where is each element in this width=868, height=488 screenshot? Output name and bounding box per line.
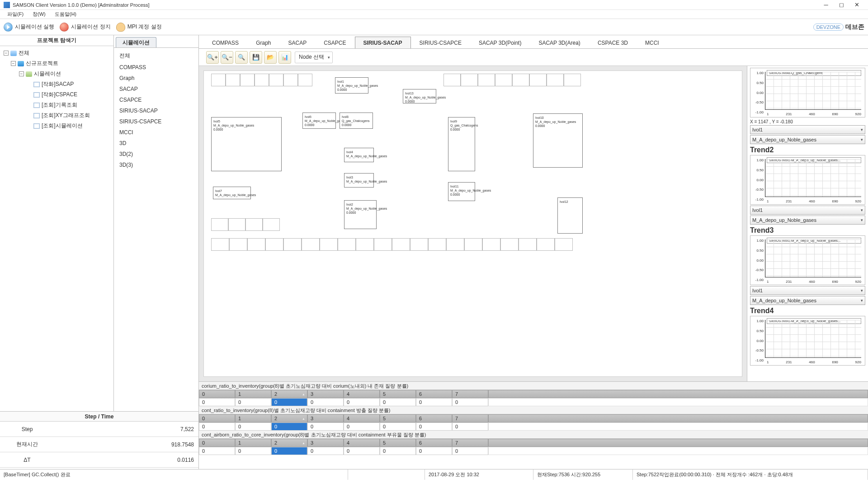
mpi-label: MPI 계정 설정 bbox=[127, 23, 162, 31]
close-button[interactable]: ✕ bbox=[849, 0, 864, 10]
coord-readout: X = 1147 , Y = -0.180 bbox=[750, 118, 865, 125]
tree-sim[interactable]: 시뮬레이션 bbox=[34, 70, 61, 78]
col-header[interactable]: 0 bbox=[199, 390, 235, 398]
tab-graph[interactable]: Graph bbox=[247, 37, 279, 48]
ivol-select-1[interactable]: Ivol1 bbox=[750, 125, 865, 134]
tab-csapce[interactable]: CSAPCE bbox=[315, 37, 354, 48]
play-icon bbox=[4, 23, 13, 32]
tab-sacap-3d-point[interactable]: SACAP 3D(Point) bbox=[470, 37, 530, 48]
project-explorer-header: 프로젝트 탐색기 bbox=[0, 35, 113, 46]
trend3-chart: SIRIUS-Ivol1-M_A_depo_up_Noble_gases... … bbox=[750, 235, 865, 285]
simulation-tab[interactable]: 시뮬레이션 bbox=[116, 37, 156, 47]
run-sim-button[interactable]: 시뮬레이션 실행 bbox=[4, 23, 54, 32]
minimize-button[interactable]: ─ bbox=[818, 0, 834, 10]
sim-item[interactable]: MCCI bbox=[118, 127, 195, 138]
main-toolbar: 시뮬레이션 실행 시뮬레이션 정지 MPI 계정 설정 DEVZONE 데브존 bbox=[0, 19, 868, 35]
brand-text: 데브존 bbox=[845, 23, 864, 31]
status-datetime: 2017-08-29 오전 10:32 bbox=[429, 471, 479, 478]
tree-item[interactable]: [작화]CSPACE bbox=[42, 91, 77, 99]
sim-item[interactable]: SIRIUS-CSAPCE bbox=[118, 116, 195, 127]
sim-item[interactable]: COMPASS bbox=[118, 62, 195, 73]
trend3-header: Trend3 bbox=[750, 225, 865, 235]
tab-sirius-sacap[interactable]: SIRIUS-SACAP bbox=[355, 37, 411, 48]
mpi-settings-button[interactable]: MPI 계정 설정 bbox=[116, 23, 162, 32]
project-tree[interactable]: −전체 −신규프로젝트 −시뮬레이션 [작화]SACAP [작화]CSPACE … bbox=[0, 46, 113, 469]
grid2-row[interactable]: 00000000 bbox=[199, 422, 868, 431]
var-select-2[interactable]: M_A_depo_up_Noble_gases bbox=[750, 216, 865, 225]
col-header[interactable]: 1 bbox=[235, 390, 271, 398]
tree-item[interactable]: [작화]SACAP bbox=[42, 80, 74, 88]
trend4-chart: SIRIUS-Ivol1-M_A_depo_up_Noble_gases... … bbox=[750, 316, 865, 366]
col-header[interactable]: 2 bbox=[271, 390, 307, 398]
tree-item[interactable]: [조회]XY그래프조회 bbox=[42, 112, 90, 119]
col-header[interactable]: 5 bbox=[380, 390, 416, 398]
menu-window[interactable]: 창(W) bbox=[28, 10, 50, 19]
menu-help[interactable]: 도움말(H) bbox=[50, 10, 81, 19]
tab-compass[interactable]: COMPASS bbox=[203, 37, 247, 48]
stop-label: 시뮬레이션 정지 bbox=[71, 23, 110, 31]
trend2-header: Trend2 bbox=[750, 145, 865, 155]
tab-sacap[interactable]: SACAP bbox=[279, 37, 315, 48]
maximize-button[interactable]: ◻ bbox=[834, 0, 849, 10]
tree-collapse-icon[interactable]: − bbox=[11, 61, 16, 66]
zoom-in-icon: 🔍+ bbox=[207, 54, 218, 61]
tab-sacap-3d-area[interactable]: SACAP 3D(Area) bbox=[530, 37, 589, 48]
run-label: 시뮬레이션 실행 bbox=[15, 23, 54, 31]
zoom-100-button[interactable]: 🔍 bbox=[235, 51, 248, 64]
menu-file[interactable]: 파일(F) bbox=[3, 10, 28, 19]
trend4-header: Trend4 bbox=[750, 306, 865, 316]
tree-item[interactable]: [조회]시뮬레이션 bbox=[42, 122, 83, 130]
bottom-area: corium_ratio_to_inventory(group(8)별 초기노심… bbox=[199, 381, 868, 469]
doc-icon bbox=[33, 103, 40, 108]
col-header[interactable]: 4 bbox=[344, 390, 380, 398]
save-icon: 💾 bbox=[252, 54, 259, 61]
col-header[interactable]: 3 bbox=[307, 390, 344, 398]
data-grids: corium_ratio_to_inventory(group(8)별 초기노심… bbox=[199, 382, 868, 469]
zoom-out-button[interactable]: 🔍− bbox=[221, 51, 233, 64]
grid2-header: 01234567 bbox=[199, 414, 868, 422]
status-bar: [BaseTimer] GC.Collect() 완료 2017-08-29 오… bbox=[0, 469, 868, 480]
window-title: SAMSON Client Version 1.0.0 (Demo) [Admi… bbox=[13, 2, 818, 8]
zoom-out-icon: 🔍− bbox=[222, 54, 232, 61]
grid3-row[interactable]: 00000000 bbox=[199, 447, 868, 455]
sim-item[interactable]: 3D(2) bbox=[118, 149, 195, 160]
ivol-select-3[interactable]: Ivol1 bbox=[750, 286, 865, 295]
var-select-1[interactable]: M_A_depo_up_Noble_gases bbox=[750, 135, 865, 144]
var-select-3[interactable]: M_A_depo_up_Noble_gases bbox=[750, 296, 865, 305]
grid2-title: cont_ratio_to_inventory(group(8)별 초기노심재고… bbox=[199, 406, 868, 414]
folder-icon bbox=[18, 61, 24, 66]
col-header[interactable]: 6 bbox=[416, 390, 452, 398]
ivol-select-2[interactable]: Ivol1 bbox=[750, 206, 865, 215]
sim-item[interactable]: SIRIUS-SACAP bbox=[118, 105, 195, 116]
chart-button[interactable]: 📊 bbox=[278, 51, 291, 64]
tab-sirius-csapce[interactable]: SIRIUS-CSAPCE bbox=[411, 37, 470, 48]
save-button[interactable]: 💾 bbox=[250, 51, 262, 64]
view-tabs: COMPASS Graph SACAP CSAPCE SIRIUS-SACAP … bbox=[199, 35, 868, 49]
zoom-in-button[interactable]: 🔍+ bbox=[206, 51, 219, 64]
node-select-dropdown[interactable]: Node 선택 bbox=[295, 52, 333, 63]
stop-sim-button[interactable]: 시뮬레이션 정지 bbox=[60, 23, 110, 32]
step-row: ΔT0.0116 bbox=[0, 452, 198, 468]
tab-mcci[interactable]: MCCI bbox=[637, 37, 668, 48]
grid1-row[interactable]: 00000000 bbox=[199, 398, 868, 406]
diagram-canvas[interactable]: Ivol1M_A_depo_up_Noble_gases0.0000 Ivol1… bbox=[203, 70, 742, 377]
diagram-area[interactable]: Ivol1M_A_depo_up_Noble_gases0.0000 Ivol1… bbox=[199, 66, 747, 381]
tree-root[interactable]: 전체 bbox=[19, 49, 29, 57]
sim-item[interactable]: CSAPCE bbox=[118, 94, 195, 105]
tab-cspace-3d[interactable]: CSPACE 3D bbox=[589, 37, 637, 48]
sim-icon bbox=[26, 71, 32, 77]
sim-root[interactable]: 전체 bbox=[118, 50, 195, 62]
sim-item[interactable]: SACAP bbox=[118, 84, 195, 94]
tree-item[interactable]: [조회]기록조회 bbox=[42, 101, 77, 109]
col-header[interactable]: 7 bbox=[452, 390, 488, 398]
doc-icon bbox=[33, 113, 40, 118]
open-folder-button[interactable]: 📂 bbox=[264, 51, 277, 64]
tree-project[interactable]: 신규프로젝트 bbox=[26, 60, 58, 67]
sim-item[interactable]: 3D(3) bbox=[118, 160, 195, 170]
step-row: Step7,522 bbox=[0, 422, 198, 437]
grid1-header: 01234567 bbox=[199, 390, 868, 398]
sim-item[interactable]: 3D bbox=[118, 138, 195, 149]
tree-collapse-icon[interactable]: − bbox=[19, 71, 24, 76]
sim-item[interactable]: Graph bbox=[118, 73, 195, 84]
tree-collapse-icon[interactable]: − bbox=[4, 51, 9, 56]
